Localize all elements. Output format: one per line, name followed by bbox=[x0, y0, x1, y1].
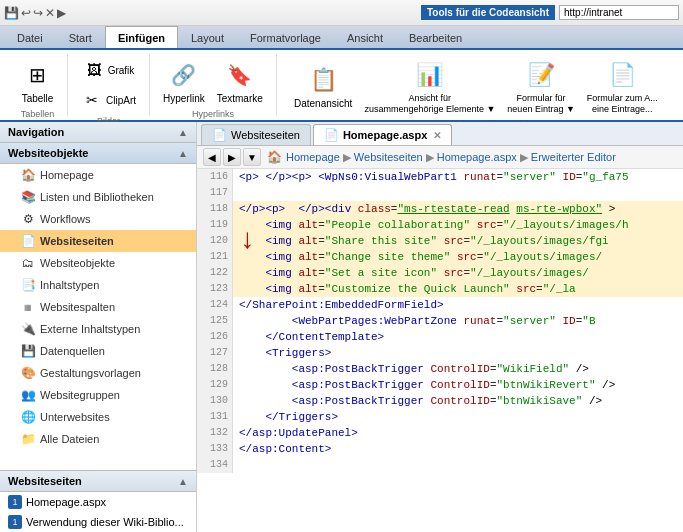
tab-formatvorlage[interactable]: Formatvorlage bbox=[237, 26, 334, 48]
code-line-119: 119 <img alt="People collaborating" src=… bbox=[197, 217, 683, 233]
tab-layout[interactable]: Layout bbox=[178, 26, 237, 48]
code-line-121: 121 <img alt="Change site theme" src="/_… bbox=[197, 249, 683, 265]
listen-label: Listen und Bibliotheken bbox=[40, 191, 188, 203]
breadcrumb-homepage-aspx[interactable]: Homepage.aspx bbox=[437, 151, 517, 163]
sidebar-item-listen[interactable]: 📚 Listen und Bibliotheken bbox=[0, 186, 196, 208]
line-num-116: 116 bbox=[197, 169, 233, 185]
tab-websiteseiten[interactable]: 📄 Websiteseiten bbox=[201, 124, 311, 145]
line-content-132: </asp:UpdatePanel> bbox=[233, 425, 683, 441]
code-line-132: 132 </asp:UpdatePanel> bbox=[197, 425, 683, 441]
page-homepage-label: Homepage.aspx bbox=[26, 496, 106, 508]
bilder-buttons: 🖼 Grafik ✂ ClipArt bbox=[76, 56, 141, 114]
breadcrumb-back-btn[interactable]: ◀ bbox=[203, 148, 221, 166]
websiteseiten-icon: 📄 bbox=[20, 233, 36, 249]
tab-ansicht[interactable]: Ansicht bbox=[334, 26, 396, 48]
stop-icon[interactable]: ✕ bbox=[45, 6, 55, 20]
page-wiki-biblio[interactable]: 1 Verwendung dieser Wiki-Biblio... bbox=[0, 512, 196, 532]
websiteobjekte-nav-icon: 🗂 bbox=[20, 255, 36, 271]
tab-datei[interactable]: Datei bbox=[4, 26, 56, 48]
sidebar-item-homepage[interactable]: 🏠 Homepage bbox=[0, 164, 196, 186]
sidebar-item-gestaltungsvorlagen[interactable]: 🎨 Gestaltungsvorlagen bbox=[0, 362, 196, 384]
navigation-collapse-btn[interactable]: ▲ bbox=[178, 127, 188, 138]
grafik-label: Grafik bbox=[108, 65, 135, 76]
line-num-127: 127 bbox=[197, 345, 233, 361]
tabelle-icon: ⊞ bbox=[22, 59, 54, 91]
breadcrumb-websiteseiten[interactable]: Websiteseiten bbox=[354, 151, 423, 163]
breadcrumb-bar: ◀ ▶ ▼ 🏠 Homepage ▶ Websiteseiten ▶ Homep… bbox=[197, 146, 683, 169]
content-pane: 📄 Websiteseiten 📄 Homepage.aspx ✕ ◀ ▶ ▼ … bbox=[197, 122, 683, 532]
line-content-129: <asp:PostBackTrigger ControlID="btnWikiR… bbox=[233, 377, 683, 393]
zusammengehoerige-button[interactable]: 📊 Ansicht fürzusammengehörige Elemente ▼ bbox=[359, 56, 500, 118]
websiteobjekte-header: Websiteobjekte ▲ bbox=[0, 143, 196, 164]
sidebar-item-externe[interactable]: 🔌 Externe Inhaltstypen bbox=[0, 318, 196, 340]
code-editor[interactable]: 116 <p> </p><p> <WpNs0:VisualWebPart1 ru… bbox=[197, 169, 683, 532]
line-content-122: <img alt="Set a site icon" src="/_layout… bbox=[233, 265, 683, 281]
breadcrumb-dropdown-btn[interactable]: ▼ bbox=[243, 148, 261, 166]
quick-access-icons: 💾 ↩ ↪ ✕ ▶ bbox=[4, 6, 66, 20]
tab-homepage-aspx[interactable]: 📄 Homepage.aspx ✕ bbox=[313, 124, 452, 145]
line-content-117 bbox=[233, 185, 683, 201]
line-content-120: <img alt="Share this site" src="/_layout… bbox=[233, 233, 683, 249]
pages-collapse-btn[interactable]: ▲ bbox=[178, 476, 188, 487]
sidebar-item-workflows[interactable]: ⚙ Workflows bbox=[0, 208, 196, 230]
breadcrumb-homepage[interactable]: Homepage bbox=[286, 151, 340, 163]
websiteobjekte-collapse-btn[interactable]: ▲ bbox=[178, 148, 188, 159]
sidebar-item-websiteobjekte[interactable]: 🗂 Websiteobjekte bbox=[0, 252, 196, 274]
line-content-119: <img alt="People collaborating" src="/_l… bbox=[233, 217, 683, 233]
undo-icon[interactable]: ↩ bbox=[21, 6, 31, 20]
unterwebsites-icon: 🌐 bbox=[20, 409, 36, 425]
inhaltstypen-icon: 📑 bbox=[20, 277, 36, 293]
formular-label: Formular zum A...eine Eintrage... bbox=[587, 93, 658, 115]
breadcrumb-home-icon: 🏠 bbox=[267, 150, 282, 164]
homepage-icon: 🏠 bbox=[20, 167, 36, 183]
line-content-128: <asp:PostBackTrigger ControlID="WikiFiel… bbox=[233, 361, 683, 377]
nav-items: 🏠 Homepage 📚 Listen und Bibliotheken ⚙ W… bbox=[0, 164, 196, 470]
redo-icon[interactable]: ↪ bbox=[33, 6, 43, 20]
line-content-133: </asp:Content> bbox=[233, 441, 683, 457]
sidebar-item-alle-dateien[interactable]: 📁 Alle Dateien bbox=[0, 428, 196, 450]
page-wiki-label: Verwendung dieser Wiki-Biblio... bbox=[26, 516, 184, 528]
url-bar[interactable]: http://intranet bbox=[559, 5, 679, 20]
sidebar-item-websitegruppen[interactable]: 👥 Websitegruppen bbox=[0, 384, 196, 406]
hyperlink-button[interactable]: 🔗 Hyperlink bbox=[158, 56, 210, 107]
neuer-eintrag-label: Formular fürneuen Eintrag ▼ bbox=[507, 93, 574, 115]
sidebar-item-inhaltstypen[interactable]: 📑 Inhaltstypen bbox=[0, 274, 196, 296]
websitespalten-label: Websitespalten bbox=[40, 301, 188, 313]
save-icon[interactable]: 💾 bbox=[4, 6, 19, 20]
formular-button[interactable]: 📄 Formular zum A...eine Eintrage... bbox=[582, 56, 663, 118]
sidebar-item-unterwebsites[interactable]: 🌐 Unterwebsites bbox=[0, 406, 196, 428]
code-line-118: 118 </p><p> </p><div class="ms-rtestate-… bbox=[197, 201, 683, 217]
clipart-button[interactable]: ✂ ClipArt bbox=[76, 86, 141, 114]
code-line-126: 126 </ContentTemplate> bbox=[197, 329, 683, 345]
websiteseiten-label: Websiteseiten bbox=[40, 235, 188, 247]
sidebar-item-datenquellen[interactable]: 💾 Datenquellen bbox=[0, 340, 196, 362]
tab-bearbeiten[interactable]: Bearbeiten bbox=[396, 26, 475, 48]
websitegruppen-icon: 👥 bbox=[20, 387, 36, 403]
sidebar-item-websitespalten[interactable]: ▦ Websitespalten bbox=[0, 296, 196, 318]
tab-start[interactable]: Start bbox=[56, 26, 105, 48]
run-icon[interactable]: ▶ bbox=[57, 6, 66, 20]
page-homepage-icon: 1 bbox=[8, 495, 22, 509]
page-homepage-aspx[interactable]: 1 Homepage.aspx bbox=[0, 492, 196, 512]
gestaltungsvorlagen-label: Gestaltungsvorlagen bbox=[40, 367, 188, 379]
code-line-133: 133 </asp:Content> bbox=[197, 441, 683, 457]
zusammengehoerige-label: Ansicht fürzusammengehörige Elemente ▼ bbox=[364, 93, 495, 115]
websiteobjekte-nav-label: Websiteobjekte bbox=[40, 257, 188, 269]
line-num-117: 117 bbox=[197, 185, 233, 201]
breadcrumb-forward-btn[interactable]: ▶ bbox=[223, 148, 241, 166]
neuer-eintrag-button[interactable]: 📝 Formular fürneuen Eintrag ▼ bbox=[502, 56, 579, 118]
tab-einfuegen[interactable]: Einfügen bbox=[105, 26, 178, 48]
externe-icon: 🔌 bbox=[20, 321, 36, 337]
textmarke-button[interactable]: 🔖 Textmarke bbox=[212, 56, 268, 107]
grafik-button[interactable]: 🖼 Grafik bbox=[78, 56, 140, 84]
ribbon-content: ⊞ Tabelle Tabellen 🖼 Grafik ✂ ClipArt Bi… bbox=[0, 50, 683, 122]
line-num-122: 122 bbox=[197, 265, 233, 281]
tab-homepage-close[interactable]: ✕ bbox=[433, 130, 441, 141]
datenansicht-button[interactable]: 📋 Datenansicht bbox=[289, 61, 357, 112]
sidebar-item-websiteseiten[interactable]: 📄 Websiteseiten bbox=[0, 230, 196, 252]
line-content-134 bbox=[233, 457, 683, 473]
tabelle-button[interactable]: ⊞ Tabelle bbox=[17, 56, 59, 107]
breadcrumb-erweiterter-editor[interactable]: Erweiterter Editor bbox=[531, 151, 616, 163]
homepage-label: Homepage bbox=[40, 169, 188, 181]
main-area: Navigation ▲ Websiteobjekte ▲ 🏠 Homepage… bbox=[0, 122, 683, 532]
